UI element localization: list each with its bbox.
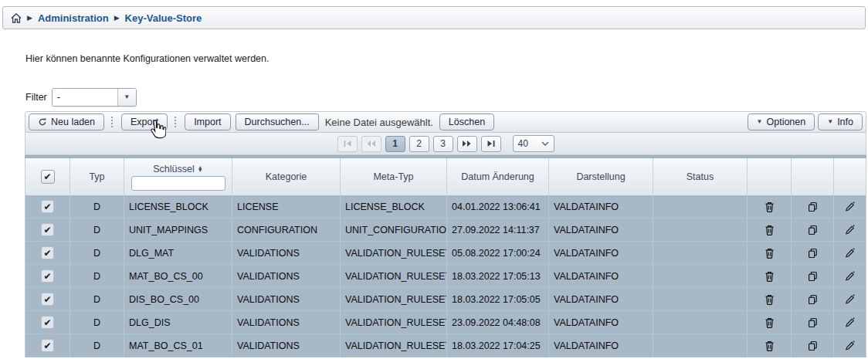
toolbar: Neu laden Export Import Durchsuchen... K… [25,111,866,133]
cell-status [653,195,748,218]
copy-icon [808,248,818,259]
row-checkbox[interactable]: ✔ [41,246,54,259]
row-checkbox[interactable]: ✔ [41,269,54,283]
edit-row-button[interactable] [843,246,858,261]
delete-row-button[interactable] [761,338,777,354]
column-header-darstellung[interactable]: Darstellung [549,158,653,195]
column-header-schluessel[interactable]: Schlüssel ▲▼ [124,158,232,195]
column-header-actions-copy [792,158,834,195]
cell-action-edit [834,195,866,218]
last-page-button[interactable] [481,136,501,152]
row-checkbox[interactable]: ✔ [41,316,54,329]
delete-row-button[interactable] [761,222,777,238]
edit-row-button[interactable] [843,338,858,354]
cell-select: ✔ [25,311,70,334]
table-row[interactable]: ✔ D DIS_BO_CS_00 VALIDATIONS VALIDATION_… [25,288,866,311]
trash-icon [765,202,775,212]
edit-row-button[interactable] [843,315,858,330]
next-page-button[interactable] [457,136,477,152]
pencil-icon [845,294,855,304]
reload-button[interactable]: Neu laden [29,113,104,130]
column-header-datum-aenderung[interactable]: Datum Änderung [447,158,549,195]
info-label: Info [837,117,853,127]
edit-row-button[interactable] [843,222,858,238]
filter-label: Filter [25,92,47,103]
cell-darstellung: VALDATAINFO [549,265,653,287]
info-menu-button[interactable]: ▼ Info [818,113,863,130]
sort-icon[interactable]: ▲▼ [198,166,203,172]
cell-action-delete [748,334,792,357]
delete-row-button[interactable] [761,315,777,330]
home-icon[interactable] [11,13,22,23]
cell-schluessel: DLG_DIS [124,311,232,334]
copy-row-button[interactable] [805,292,820,307]
row-checkbox[interactable]: ✔ [41,339,54,352]
cell-status [653,311,748,334]
breadcrumb-item-key-value-store[interactable]: Key-Value-Store [125,12,202,24]
cell-action-copy [792,311,834,334]
breadcrumb-item-administration[interactable]: Administration [38,12,109,24]
cell-schluessel: DIS_BO_CS_00 [124,288,232,310]
options-menu-button[interactable]: ▼ Optionen [748,113,815,130]
copy-icon [808,340,818,351]
pencil-icon [845,225,855,235]
table-row[interactable]: ✔ D MAT_BO_CS_00 VALIDATIONS VALIDATION_… [25,265,866,288]
edit-row-button[interactable] [843,269,858,284]
cell-meta-typ: VALIDATION_RULESET [341,334,447,357]
copy-row-button[interactable] [805,199,820,215]
delete-button[interactable]: Löschen [439,113,494,130]
cell-meta-typ: VALIDATION_RULESET [341,311,447,334]
delete-row-button[interactable] [761,269,777,284]
column-header-meta-typ[interactable]: Meta-Typ [341,158,447,195]
page-button-2[interactable]: 2 [409,136,429,152]
trash-icon [765,317,775,328]
filter-dropdown[interactable]: - ▼ [52,88,137,107]
table-row[interactable]: ✔ D DLG_MAT VALIDATIONS VALIDATION_RULES… [25,242,866,265]
table-row[interactable]: ✔ D DLG_DIS VALIDATIONS VALIDATION_RULES… [25,311,866,334]
browse-file-button[interactable]: Durchsuchen... [236,113,319,130]
copy-row-button[interactable] [805,222,820,238]
previous-page-button[interactable] [361,136,381,152]
row-checkbox[interactable]: ✔ [41,223,54,236]
cell-datum-aenderung: 04.01.2022 13:06:41 [447,195,549,218]
column-header-typ[interactable]: Typ [70,158,124,195]
column-header-status[interactable]: Status [653,158,748,195]
edit-row-button[interactable] [843,292,858,307]
column-header-kategorie[interactable]: Kategorie [232,158,341,195]
cell-action-edit [834,242,866,264]
page-button-3[interactable]: 3 [433,136,453,152]
copy-row-button[interactable] [805,338,820,354]
edit-row-button[interactable] [843,199,858,215]
cell-select: ✔ [25,195,70,218]
export-button[interactable]: Export [121,113,168,130]
copy-row-button[interactable] [805,246,820,261]
row-checkbox[interactable]: ✔ [41,293,54,306]
rows-per-page-select[interactable]: 40 [513,135,554,152]
delete-row-button[interactable] [761,199,777,215]
check-icon: ✔ [43,172,51,181]
browse-label: Durchsuchen... [245,117,310,127]
copy-row-button[interactable] [805,269,820,284]
import-button[interactable]: Import [185,113,230,130]
cell-action-delete [748,265,792,287]
table-row[interactable]: ✔ D LICENSE_BLOCK LICENSE LICENSE_BLOCK … [25,195,866,218]
check-icon: ✔ [43,272,51,281]
import-label: Import [194,117,221,127]
table-row[interactable]: ✔ D UNIT_MAPPINGS CONFIGURATION UNIT_CON… [25,218,866,242]
copy-row-button[interactable] [805,315,820,330]
first-page-button[interactable] [337,136,358,152]
schluessel-filter-input[interactable] [131,176,225,191]
row-checkbox[interactable]: ✔ [41,200,54,213]
page-button-1[interactable]: 1 [385,136,405,152]
select-all-checkbox[interactable]: ✔ [41,170,55,184]
trash-icon [765,225,775,235]
delete-row-button[interactable] [761,246,777,261]
table-body: ✔ D LICENSE_BLOCK LICENSE LICENSE_BLOCK … [25,195,866,357]
delete-row-button[interactable] [761,292,777,307]
column-header-label: Status [687,171,714,182]
table-row[interactable]: ✔ D MAT_BO_CS_01 VALIDATIONS VALIDATION_… [25,334,866,357]
cell-schluessel: MAT_BO_CS_00 [124,265,232,287]
filter-dropdown-button[interactable]: ▼ [117,89,136,106]
cell-typ: D [70,265,124,287]
options-label: Optionen [766,117,805,127]
